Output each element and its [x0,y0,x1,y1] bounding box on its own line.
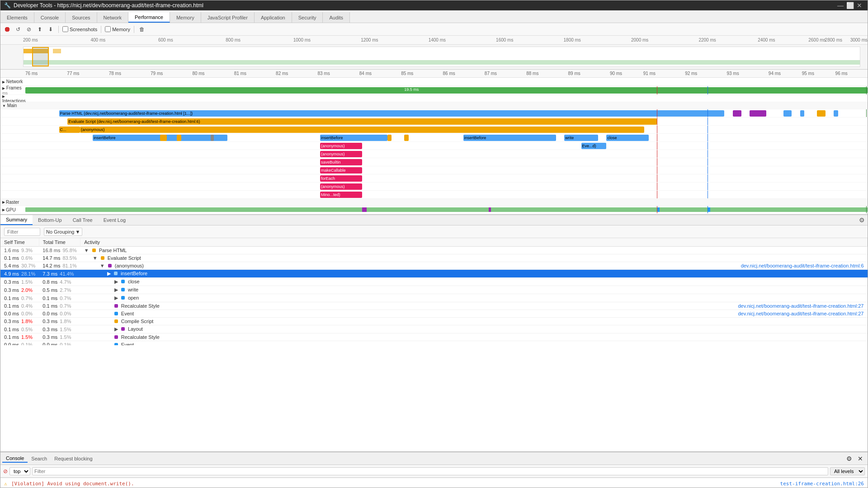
flame-ph-small2[interactable] [750,110,766,117]
tab-memory[interactable]: Memory [170,12,201,23]
flame-write[interactable]: write [564,135,598,141]
source-link2[interactable]: dev.nicj.net/boomerang-audit/test-iframe… [738,303,864,309]
flame-ph-small5[interactable] [817,110,826,117]
tab-performance[interactable]: Performance [128,12,170,23]
expand-icon[interactable]: ▼ [84,248,89,253]
record-button[interactable]: ⏺ [3,25,11,33]
table-row[interactable]: 0.0 ms 0.1% 0.0 ms 0.1% Event [0,341,868,346]
col-activity[interactable]: Activity [80,238,868,247]
flame-anon-pink3[interactable]: (anonymous) [320,183,362,190]
context-selector[interactable]: top [9,467,30,475]
col-self-time[interactable]: Self Time [0,238,39,247]
tab-sources[interactable]: Sources [66,12,97,23]
console-filter-input[interactable] [32,467,828,475]
table-row[interactable]: 0.3 ms 1.8% 0.3 ms 1.8% Compile Script [0,318,868,325]
expand-icon[interactable]: ▼ [93,255,98,261]
col-total-time[interactable]: Total Time [39,238,80,247]
table-row[interactable]: 0.1 ms 0.6% 14.7 ms 83.5% ▼ [0,254,868,262]
tab-event-log[interactable]: Event Log [98,215,132,225]
tab-summary[interactable]: Summary [0,215,33,225]
flame-close[interactable]: close [606,135,648,141]
tab-bottom-up[interactable]: Bottom-Up [33,215,67,225]
screenshots-toggle[interactable]: Screenshots [62,26,97,32]
flame-small-2[interactable] [177,135,181,141]
console-close-icon[interactable]: ✕ [855,455,866,462]
source-link[interactable]: dev.nicj.net/boomerang-audit/test-iframe… [741,263,864,268]
table-row[interactable]: 0.3 ms 2.0% 0.5 ms 2.7% ▶ [0,286,868,294]
flame-foreach[interactable]: forEach [320,175,362,182]
upload-button[interactable]: ⬆ [36,25,44,33]
table-row[interactable]: 1.6 ms 9.3% 16.8 ms 95.8% ▼ Parse HTML [0,247,868,254]
flame-mino-ted[interactable]: Mino...ted) [320,192,362,198]
flame-anon-pink2[interactable]: (anonymous) [320,151,362,157]
expand-icon[interactable]: ▶ [107,271,111,276]
interactions-toggle-icon[interactable]: ▶ [2,94,5,99]
flame-ph-small4[interactable] [800,110,804,117]
tab-elements[interactable]: Elements [0,12,34,23]
flame-c-block[interactable]: C... [59,127,80,133]
main-section-label[interactable]: ▼ Main [0,103,25,108]
flame-savebuiltin[interactable]: saveBuiltin [320,159,362,165]
expand-icon[interactable]: ▼ [100,263,105,268]
flame-ph-small1[interactable] [733,110,741,117]
source-link3[interactable]: dev.nicj.net/boomerang-audit/test-iframe… [738,311,864,316]
flame-ph-small6[interactable] [834,110,838,117]
restore-btn[interactable]: ⬜ [846,2,854,9]
raster-toggle-icon[interactable]: ▶ [2,200,5,204]
flame-parse-html[interactable]: Parse HTML (dev.nicj.net/boomerang-audit… [59,110,725,117]
console-tab-console[interactable]: Console [2,455,28,463]
frames-toggle-icon[interactable]: ▶ [2,86,5,90]
table-row-selected[interactable]: 4.9 ms 28.1% 7.3 ms 41.4% ▶ [0,270,868,278]
console-tab-search[interactable]: Search [28,455,51,462]
flame-eval-script[interactable]: Evaluate Script (dev.nicj.net/boomerang-… [67,118,657,125]
table-row[interactable]: 0.1 ms 0.4% 0.1 ms 0.7% Recalculate Styl… [0,302,868,310]
flame-makecallable[interactable]: makeCallable [320,167,362,174]
table-row[interactable]: 0.3 ms 1.5% 0.8 ms 4.7% ▶ [0,278,868,286]
tab-call-tree[interactable]: Call Tree [67,215,98,225]
flame-anon-pink1[interactable]: (anonymous) [320,143,362,149]
flame-ph-small3[interactable] [783,110,792,117]
close-btn[interactable]: ✕ [857,2,862,9]
flame-s1[interactable] [387,135,392,141]
table-row[interactable]: 0.0 ms 0.0% 0.0 ms 0.0% Event [0,310,868,318]
gpu-toggle-icon[interactable]: ▶ [2,208,5,212]
tab-security[interactable]: Security [292,12,323,23]
flame-insert-2[interactable]: insertBefore [320,135,387,141]
flame-insert-3[interactable]: insertBefore [463,135,556,141]
settings-icon[interactable]: ⚙ [856,215,868,225]
console-tab-request-blocking[interactable]: Request blocking [51,455,96,462]
table-row[interactable]: 0.1 ms 1.5% 0.3 ms 1.5% Recalculate Styl… [0,333,868,341]
expand-icon[interactable]: ▶ [114,326,118,332]
grouping-dropdown[interactable]: No Grouping ▼ [44,228,82,236]
flame-eve[interactable]: Eve...d) [581,143,607,149]
data-table-scroll[interactable]: Self Time Total Time Activity 1.6 ms 9.3… [0,238,868,345]
memory-toggle[interactable]: Memory [105,26,130,32]
flame-small-1[interactable] [160,135,167,141]
filter-input[interactable] [4,228,40,236]
tab-audits[interactable]: Audits [323,12,350,23]
reload-button[interactable]: ↺ [14,25,22,33]
network-section-label[interactable]: ▶ Network [0,79,25,84]
minimize-btn[interactable]: — [837,2,844,9]
console-settings-icon[interactable]: ⚙ [844,455,855,462]
table-row[interactable]: 0.1 ms 0.5% 0.3 ms 1.5% ▶ [0,325,868,333]
raster-label[interactable]: ▶ Raster [0,200,25,205]
flame-small-3[interactable] [211,135,214,141]
flame-s2[interactable] [404,135,408,141]
level-selector[interactable]: All levels Verbose Info Warnings Errors [830,467,865,475]
trash-button[interactable]: 🗑 [138,25,146,33]
tab-application[interactable]: Application [255,12,292,23]
expand-icon[interactable]: ▶ [114,279,118,284]
main-toggle-icon[interactable]: ▼ [2,104,6,108]
expand-icon[interactable]: ▶ [114,295,118,300]
clear-button[interactable]: ⊘ [25,25,33,33]
table-row[interactable]: 0.1 ms 0.7% 0.1 ms 0.7% ▶ [0,294,868,302]
tab-js-profiler[interactable]: JavaScript Profiler [201,12,255,23]
table-row[interactable]: 5.4 ms 30.7% 14.2 ms 81.1% ▼ [0,262,868,270]
flame-anonymous[interactable]: (anonymous) [80,127,644,133]
network-toggle-icon[interactable]: ▶ [2,80,5,84]
log-source-link[interactable]: test-iframe-creation.html:26 [780,481,864,487]
overview-minimap[interactable] [0,45,868,70]
expand-icon[interactable]: ▶ [114,287,118,292]
download-button[interactable]: ⬇ [47,25,55,33]
